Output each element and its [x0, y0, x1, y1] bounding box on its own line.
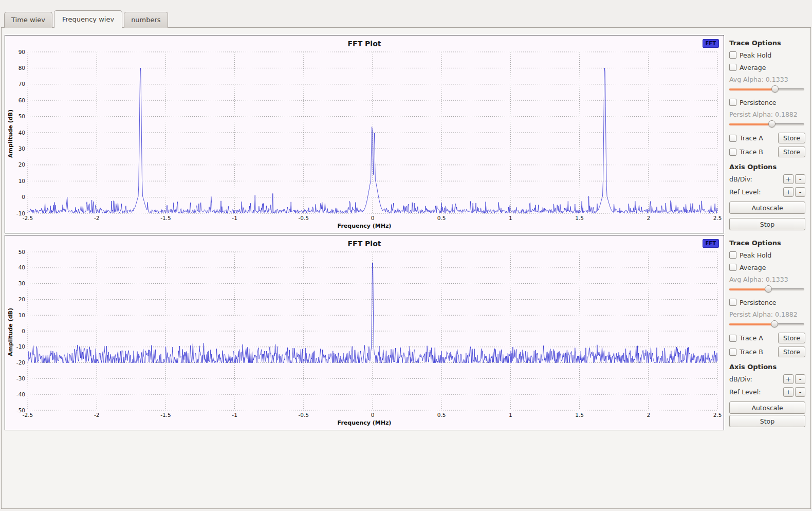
average-label: Average: [740, 64, 766, 71]
avg-alpha-slider[interactable]: [729, 85, 804, 93]
store-trace-b-button[interactable]: Store: [778, 147, 805, 157]
db-div-decrease-button[interactable]: -: [795, 174, 805, 184]
trace-a-row: Trace A Store: [729, 133, 805, 143]
fft-plot-canvas[interactable]: -2.5-2-1.5-1-0.500.511.522.5-10010203040…: [5, 50, 724, 223]
trace-b-row: Trace B Store: [729, 147, 805, 157]
persist-alpha-slider-handle[interactable]: [771, 320, 778, 327]
persist-alpha-slider-handle[interactable]: [768, 120, 776, 127]
ref-level-decrease-button[interactable]: -: [795, 387, 805, 397]
db-div-increase-button[interactable]: +: [783, 174, 793, 184]
average-checkbox[interactable]: [729, 264, 736, 271]
fft-plot-canvas[interactable]: -2.5-2-1.5-1-0.500.511.522.5-50-40-30-20…: [5, 250, 724, 419]
tab-numbers[interactable]: numbers: [124, 12, 168, 28]
average-checkbox[interactable]: [729, 64, 736, 71]
avg-alpha-slider-handle[interactable]: [765, 285, 772, 293]
trace-a-label: Trace A: [740, 334, 763, 342]
fft-tab-badge[interactable]: FFT: [703, 239, 719, 248]
trace-a-checkbox[interactable]: [729, 335, 736, 342]
svg-text:2: 2: [647, 215, 650, 221]
store-trace-b-button[interactable]: Store: [778, 346, 805, 357]
svg-text:20: 20: [19, 296, 25, 302]
svg-text:10: 10: [19, 312, 25, 318]
autoscale-button[interactable]: Autoscale: [729, 202, 805, 214]
trace-options-header: Trace Options: [729, 239, 805, 247]
svg-text:-1: -1: [232, 215, 237, 221]
trace-b-checkbox[interactable]: [729, 349, 736, 356]
trace-b-label: Trace B: [740, 148, 763, 156]
trace-options-header: Trace Options: [729, 39, 805, 47]
store-trace-a-button[interactable]: Store: [778, 333, 805, 343]
svg-text:90: 90: [19, 50, 25, 55]
fft-panel-bottom: FFT Plot FFT Amplitude (dB) -2.5-2-1.5-1…: [5, 235, 808, 430]
autoscale-button[interactable]: Autoscale: [729, 402, 805, 414]
svg-text:30: 30: [19, 280, 25, 286]
peak-hold-label: Peak Hold: [740, 51, 771, 59]
average-label: Average: [740, 264, 766, 271]
db-div-row: dB/Div: + -: [729, 374, 805, 384]
ref-level-label: Ref Level:: [729, 388, 761, 396]
svg-text:0: 0: [371, 412, 375, 418]
peak-hold-checkbox[interactable]: [729, 251, 736, 259]
store-trace-a-button[interactable]: Store: [778, 133, 805, 143]
persistence-checkbox[interactable]: [729, 99, 736, 106]
peak-hold-checkbox[interactable]: [729, 51, 736, 59]
avg-alpha-slider[interactable]: [729, 285, 804, 293]
trace-a-checkbox[interactable]: [729, 135, 736, 142]
persistence-checkbox[interactable]: [729, 299, 736, 306]
db-div-label: dB/Div:: [729, 375, 752, 383]
trace-a-label: Trace A: [740, 134, 763, 142]
svg-text:-10: -10: [16, 210, 25, 216]
svg-text:1: 1: [509, 215, 512, 221]
svg-text:-0.5: -0.5: [299, 412, 309, 418]
persistence-option[interactable]: Persistence: [729, 98, 805, 107]
persistence-label: Persistence: [740, 99, 777, 106]
grid: [28, 52, 717, 213]
persist-alpha-label: Persist Alpha: 0.1882: [729, 111, 805, 118]
db-div-decrease-button[interactable]: -: [795, 374, 805, 384]
svg-text:-30: -30: [16, 375, 25, 381]
ref-level-increase-button[interactable]: +: [783, 387, 793, 397]
stop-button[interactable]: Stop: [729, 415, 805, 427]
avg-alpha-slider-handle[interactable]: [771, 85, 779, 93]
trace-a-option[interactable]: Trace A: [729, 334, 763, 343]
tick-labels: -2.5-2-1.5-1-0.500.511.522.5-50-40-30-20…: [16, 250, 722, 418]
peak-hold-option[interactable]: Peak Hold: [729, 250, 805, 260]
svg-text:0: 0: [22, 328, 25, 334]
db-div-increase-button[interactable]: +: [783, 374, 793, 384]
ref-level-label: Ref Level:: [729, 188, 761, 196]
svg-text:50: 50: [19, 250, 25, 255]
trace-b-option[interactable]: Trace B: [729, 148, 763, 157]
fft-tab-badge[interactable]: FFT: [703, 39, 719, 48]
fft-trace: [28, 68, 717, 213]
svg-text:0: 0: [371, 215, 375, 221]
ref-level-decrease-button[interactable]: -: [795, 187, 805, 197]
tab-time-view[interactable]: Time wiev: [4, 12, 52, 28]
svg-text:60: 60: [19, 97, 25, 103]
db-div-row: dB/Div: + -: [729, 174, 805, 184]
tab-content-frame: FFT Plot FFT Amplitude (dB) -2.5-2-1.5-1…: [1, 27, 811, 509]
grid: [28, 252, 717, 410]
stop-button[interactable]: Stop: [729, 218, 805, 230]
average-option[interactable]: Average: [729, 63, 805, 72]
persist-alpha-slider[interactable]: [729, 320, 804, 328]
ref-level-row: Ref Level: + -: [729, 187, 805, 197]
average-option[interactable]: Average: [729, 263, 805, 272]
svg-text:40: 40: [19, 130, 25, 136]
svg-text:2: 2: [647, 412, 650, 418]
svg-text:10: 10: [19, 178, 25, 184]
svg-text:1: 1: [509, 412, 512, 418]
trace-b-option[interactable]: Trace B: [729, 348, 763, 357]
x-axis-label: Frequency (MHz): [5, 419, 724, 430]
persistence-option[interactable]: Persistence: [729, 298, 805, 307]
trace-a-option[interactable]: Trace A: [729, 134, 763, 143]
persist-alpha-slider[interactable]: [729, 120, 804, 128]
ref-level-increase-button[interactable]: +: [783, 187, 793, 197]
trace-a-row: Trace A Store: [729, 333, 805, 343]
tick-labels: -2.5-2-1.5-1-0.500.511.522.5-10010203040…: [16, 50, 722, 221]
trace-b-checkbox[interactable]: [729, 149, 736, 156]
control-panel-bottom: Trace Options Peak Hold Average Avg Alph…: [724, 235, 808, 430]
svg-text:30: 30: [19, 145, 25, 152]
svg-text:1.5: 1.5: [575, 412, 584, 418]
peak-hold-option[interactable]: Peak Hold: [729, 50, 805, 60]
tab-frequency-view[interactable]: Frequency wiev: [54, 10, 122, 28]
